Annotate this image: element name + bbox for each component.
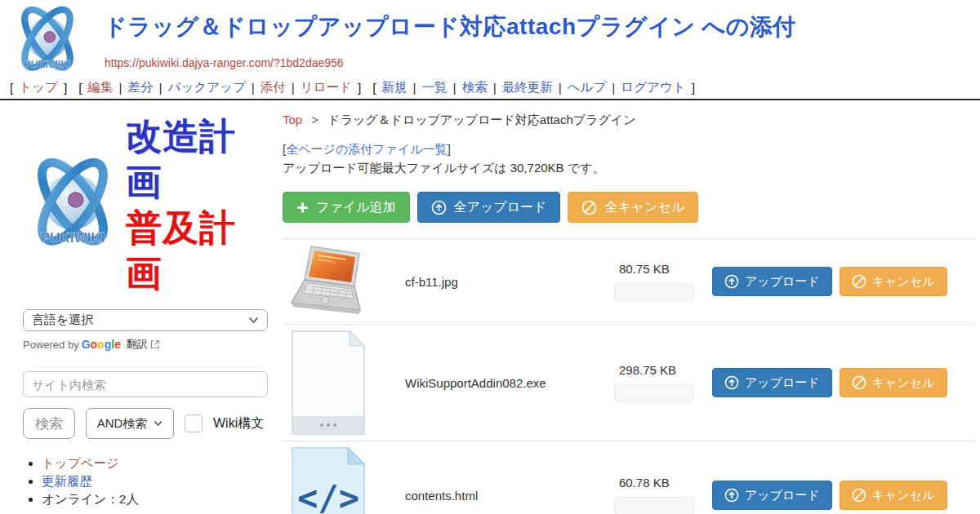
- nav-link-recent[interactable]: 最終更新: [502, 79, 553, 96]
- upload-all-button[interactable]: 全アップロード: [417, 192, 561, 223]
- file-name: WikiSupportAddin082.exe: [405, 376, 614, 390]
- nav-link-top[interactable]: トップ: [19, 79, 58, 96]
- upload-circle-icon: [724, 375, 739, 390]
- nav-link-search[interactable]: 検索: [462, 79, 488, 96]
- sidebar-link-recent-changes[interactable]: 更新履歴: [42, 474, 92, 488]
- file-stats: 80.75 KB: [614, 262, 697, 301]
- bracket: ]: [692, 81, 695, 95]
- file-icon-html: </>: [283, 446, 374, 514]
- pukiwiki-atom-logo-small: PUKIWIKI: [23, 154, 122, 255]
- page-url: https://pukiwiki.dajya-ranger.com/?1bd2d…: [105, 56, 344, 69]
- nav-link-list[interactable]: 一覧: [422, 79, 448, 96]
- add-files-label: ファイル追加: [316, 199, 396, 216]
- upload-button[interactable]: アップロード: [712, 368, 832, 397]
- search-mode-select[interactable]: AND検索: [86, 408, 174, 439]
- nav-link-attach[interactable]: 添付: [261, 79, 286, 96]
- upload-progress-bar: [614, 283, 694, 301]
- list-item: オンライン：2人: [42, 490, 271, 507]
- upload-circle-icon: [431, 200, 447, 215]
- nav-separator: |: [612, 81, 615, 95]
- file-stats: 298.75 KB: [614, 363, 697, 402]
- google-translate-attribution: Powered by Google 翻訳: [23, 337, 271, 352]
- header: PUKIWIKI ドラッグ＆ドロップアップロード対応attachプラグイン への…: [0, 0, 980, 78]
- translate-link[interactable]: 翻訳: [127, 337, 148, 352]
- svg-text:</>: </>: [297, 478, 359, 514]
- sidebar-quick-links: トップページ 更新履歴 オンライン：2人: [23, 454, 271, 507]
- nav-separator: |: [493, 81, 497, 95]
- file-thumbnail-laptop-photo: [283, 244, 374, 319]
- upload-progress-bar: [614, 384, 694, 402]
- file-row-actions: アップロード キャンセル: [712, 481, 947, 510]
- breadcrumb-home-link[interactable]: Top: [283, 113, 302, 126]
- google-logo: Google: [82, 338, 121, 351]
- file-size: 60.78 KB: [619, 476, 697, 490]
- ban-icon: [852, 274, 866, 289]
- file-row: WikiSupportAddin082.exe 298.75 KB アップロード: [283, 325, 975, 441]
- nav-link-reload[interactable]: リロード: [301, 79, 352, 96]
- nav-link-new[interactable]: 新規: [382, 79, 408, 96]
- wiki-syntax-label: Wiki構文: [213, 415, 264, 432]
- svg-text:PUKIWIKI: PUKIWIKI: [41, 230, 105, 246]
- wiki-syntax-checkbox[interactable]: [185, 414, 203, 432]
- ban-icon: [852, 375, 866, 390]
- nav-link-edit[interactable]: 編集: [88, 79, 114, 96]
- bracket: [: [78, 81, 82, 95]
- nav-separator: |: [559, 81, 562, 95]
- breadcrumb-separator: >: [311, 113, 318, 126]
- file-size: 80.75 KB: [619, 262, 697, 276]
- nav-separator: |: [292, 81, 295, 95]
- external-link-icon: [150, 339, 160, 349]
- file-name: cf-b11.jpg: [405, 275, 614, 289]
- nav-link-logout[interactable]: ログアウト: [621, 79, 685, 96]
- bracket: ]: [358, 81, 361, 95]
- search-button[interactable]: 検索: [23, 408, 75, 439]
- sidebar: PUKIWIKI 改造計画 普及計画 言語を選択 Powered by Goog…: [0, 100, 271, 514]
- attach-list-line: [全ページの添付ファイル一覧]: [283, 142, 975, 157]
- upload-all-label: 全アップロード: [454, 199, 547, 216]
- logo-kaizou-text: 改造計画: [126, 115, 236, 202]
- nav-link-help[interactable]: ヘルプ: [568, 79, 607, 96]
- logo-fukyuu-text: 普及計画: [126, 206, 236, 294]
- file-size: 298.75 KB: [619, 363, 697, 377]
- all-pages-attach-list-link[interactable]: 全ページの添付ファイル一覧: [286, 142, 447, 156]
- upload-label: アップロード: [745, 488, 820, 503]
- upload-label: アップロード: [745, 375, 820, 391]
- max-upload-size-text: アップロード可能最大ファイルサイズは 30,720KB です。: [283, 161, 975, 176]
- nav-separator: |: [453, 81, 457, 95]
- nav-separator: |: [252, 81, 255, 95]
- sidebar-link-toppage[interactable]: トップページ: [42, 456, 119, 470]
- bracket: ]: [64, 81, 67, 95]
- breadcrumb: Top > ドラッグ＆ドロップアップロード対応attachプラグイン: [283, 112, 975, 128]
- cancel-button[interactable]: キャンセル: [840, 481, 947, 510]
- upload-label: アップロード: [745, 274, 820, 290]
- bracket: [: [10, 81, 13, 95]
- nav-link-backup[interactable]: バックアップ: [168, 79, 246, 96]
- page-title: ドラッグ＆ドロップアップロード対応attachプラグイン への添付: [104, 11, 796, 42]
- bracket: ]: [448, 142, 451, 156]
- nav-link-diff[interactable]: 差分: [128, 79, 154, 96]
- upload-file-list: cf-b11.jpg 80.75 KB アップロード: [283, 238, 975, 514]
- cancel-all-button[interactable]: 全キャンセル: [568, 192, 698, 223]
- upload-button[interactable]: アップロード: [712, 481, 832, 510]
- upload-button[interactable]: アップロード: [712, 267, 832, 296]
- file-row-actions: アップロード キャンセル: [712, 267, 947, 296]
- cancel-all-label: 全キャンセル: [604, 199, 684, 216]
- site-search-input[interactable]: [23, 371, 268, 397]
- sidebar-logo[interactable]: PUKIWIKI 改造計画 普及計画: [23, 113, 271, 296]
- cancel-button[interactable]: キャンセル: [840, 267, 947, 296]
- add-files-button[interactable]: ファイル追加: [283, 192, 410, 223]
- search-controls: 検索 AND検索 Wiki構文: [23, 408, 271, 439]
- nav-separator: |: [119, 81, 122, 95]
- plus-icon: [296, 202, 309, 214]
- nav-separator: |: [413, 81, 416, 95]
- list-item: 更新履歴: [42, 472, 271, 490]
- pukiwiki-attach-page: PUKIWIKI ドラッグ＆ドロップアップロード対応attachプラグイン への…: [0, 0, 980, 514]
- upload-toolbar: ファイル追加 全アップロード 全キャンセル: [283, 192, 975, 223]
- language-select[interactable]: 言語を選択: [23, 309, 268, 331]
- ban-icon: [581, 200, 597, 215]
- sidebar-logo-text: 改造計画 普及計画: [126, 113, 271, 296]
- cancel-label: キャンセル: [872, 375, 935, 391]
- file-row-actions: アップロード キャンセル: [712, 368, 947, 397]
- pukiwiki-atom-logo[interactable]: PUKIWIKI: [10, 4, 85, 78]
- cancel-button[interactable]: キャンセル: [840, 368, 947, 397]
